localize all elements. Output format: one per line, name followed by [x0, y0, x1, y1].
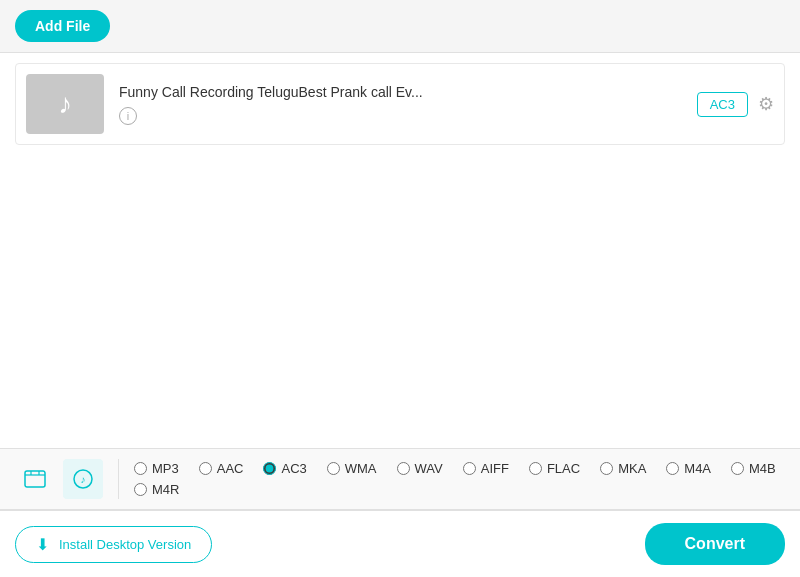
file-name: Funny Call Recording TeluguBest Prank ca…: [119, 84, 682, 100]
format-label-aiff: AIFF: [481, 461, 509, 476]
format-label-m4r: M4R: [152, 482, 179, 497]
format-label-wav: WAV: [415, 461, 443, 476]
svg-text:♪: ♪: [81, 474, 86, 485]
install-label: Install Desktop Version: [59, 537, 191, 552]
format-options: MP3 AAC AC3 WMA WAV AIFF: [134, 461, 785, 497]
add-file-button[interactable]: Add File: [15, 10, 110, 42]
format-radio-flac[interactable]: [529, 462, 542, 475]
toolbar: Add File: [0, 0, 800, 53]
convert-button[interactable]: Convert: [645, 523, 785, 565]
file-thumbnail: ♪: [26, 74, 104, 134]
format-radio-wav[interactable]: [397, 462, 410, 475]
audio-tab-button[interactable]: ♪: [63, 459, 103, 499]
format-label-flac: FLAC: [547, 461, 580, 476]
format-option-ac3[interactable]: AC3: [263, 461, 306, 476]
audio-icon: ♪: [72, 468, 94, 490]
file-list: ♪ Funny Call Recording TeluguBest Prank …: [0, 53, 800, 448]
format-radio-aac[interactable]: [199, 462, 212, 475]
format-radio-ac3[interactable]: [263, 462, 276, 475]
format-radio-mp3[interactable]: [134, 462, 147, 475]
format-option-mp3[interactable]: MP3: [134, 461, 179, 476]
format-selector: ♪ MP3 AAC AC3 WMA: [0, 449, 800, 510]
video-icon: [24, 468, 46, 490]
format-radio-m4a[interactable]: [666, 462, 679, 475]
install-desktop-button[interactable]: ⬇ Install Desktop Version: [15, 526, 212, 563]
file-info: Funny Call Recording TeluguBest Prank ca…: [104, 84, 697, 125]
music-icon: ♪: [58, 88, 72, 120]
format-label-mp3: MP3: [152, 461, 179, 476]
footer: ⬇ Install Desktop Version Convert: [0, 510, 800, 577]
format-option-flac[interactable]: FLAC: [529, 461, 580, 476]
gear-icon[interactable]: ⚙: [758, 93, 774, 115]
format-option-m4a[interactable]: M4A: [666, 461, 711, 476]
table-row: ♪ Funny Call Recording TeluguBest Prank …: [15, 63, 785, 145]
format-label-m4b: M4B: [749, 461, 776, 476]
format-option-aiff[interactable]: AIFF: [463, 461, 509, 476]
download-icon: ⬇: [36, 535, 49, 554]
format-option-aac[interactable]: AAC: [199, 461, 244, 476]
format-radio-aiff[interactable]: [463, 462, 476, 475]
format-option-wav[interactable]: WAV: [397, 461, 443, 476]
format-radio-m4b[interactable]: [731, 462, 744, 475]
format-label-mka: MKA: [618, 461, 646, 476]
video-tab-button[interactable]: [15, 459, 55, 499]
format-option-m4b[interactable]: M4B: [731, 461, 776, 476]
format-label-aac: AAC: [217, 461, 244, 476]
format-label-m4a: M4A: [684, 461, 711, 476]
format-option-mka[interactable]: MKA: [600, 461, 646, 476]
file-actions: AC3 ⚙: [697, 92, 774, 117]
format-label-wma: WMA: [345, 461, 377, 476]
info-icon[interactable]: i: [119, 107, 137, 125]
format-radio-wma[interactable]: [327, 462, 340, 475]
format-badge[interactable]: AC3: [697, 92, 748, 117]
format-label-ac3: AC3: [281, 461, 306, 476]
tab-icons: ♪: [15, 459, 119, 499]
format-option-m4r[interactable]: M4R: [134, 482, 179, 497]
svg-rect-0: [25, 471, 45, 487]
format-option-wma[interactable]: WMA: [327, 461, 377, 476]
format-radio-mka[interactable]: [600, 462, 613, 475]
bottom-panel: ♪ MP3 AAC AC3 WMA: [0, 448, 800, 510]
format-radio-m4r[interactable]: [134, 483, 147, 496]
